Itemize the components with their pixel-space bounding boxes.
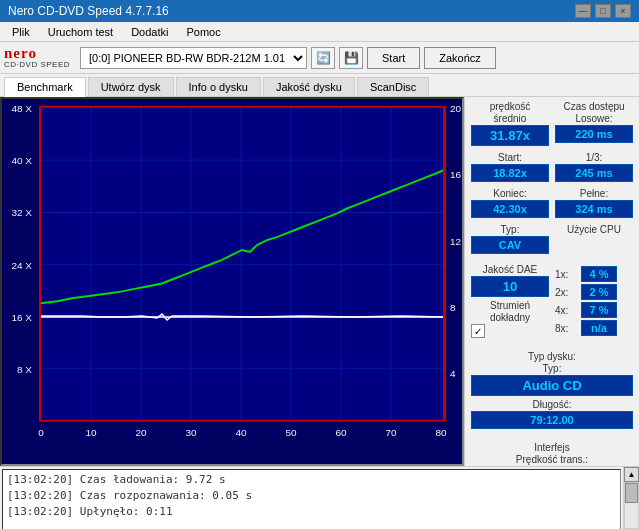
random-label: Losowe: <box>555 113 633 124</box>
title-bar: Nero CD-DVD Speed 4.7.7.16 — □ × <box>0 0 639 22</box>
svg-rect-2 <box>41 108 444 420</box>
scroll-up-button[interactable]: ▲ <box>624 467 639 482</box>
avg-label: średnio <box>471 113 549 124</box>
log-entry: [13:02:20] Czas rozpoznawania: 0.05 s <box>7 488 616 504</box>
iface-speed-row: Prędkość trans.: 16 MB/s <box>471 454 633 466</box>
speed-section: prędkość średnio 31.87x Czas dostępu Los… <box>471 101 633 146</box>
svg-text:4: 4 <box>450 368 456 379</box>
disc-type-value: Audio CD <box>471 375 633 396</box>
avg-speed-value: 31.87x <box>471 125 549 146</box>
start-label: Start: <box>471 152 549 163</box>
cpu-rows: 1x:4 %2x:2 %4x:7 %8x:n/a <box>555 266 633 336</box>
avg-speed-col: prędkość średnio 31.87x <box>471 101 549 146</box>
svg-text:10: 10 <box>85 427 97 438</box>
svg-text:12: 12 <box>450 236 462 247</box>
svg-text:24 X: 24 X <box>11 260 32 271</box>
end-value: 42.30x <box>471 200 549 218</box>
drive-selector[interactable]: [0:0] PIONEER BD-RW BDR-212M 1.01 <box>80 47 307 69</box>
svg-text:30: 30 <box>185 427 197 438</box>
benchmark-chart: 48 X 40 X 32 X 24 X 16 X 8 X 20 16 12 8 … <box>0 97 464 466</box>
cpu-row-label: 8x: <box>555 323 577 334</box>
menu-help[interactable]: Pomoc <box>178 25 228 39</box>
minimize-button[interactable]: — <box>575 4 591 18</box>
menu-file[interactable]: Plik <box>4 25 38 39</box>
tab-scandisc[interactable]: ScanDisc <box>357 77 429 96</box>
full-col: Pełne: 324 ms <box>555 188 633 218</box>
svg-text:16: 16 <box>450 169 462 180</box>
svg-text:0: 0 <box>38 427 44 438</box>
end-full-section: Koniec: 42.30x Pełne: 324 ms <box>471 188 633 218</box>
menu-bar: Plik Uruchom test Dodatki Pomoc <box>0 22 639 42</box>
random-value: 220 ms <box>555 125 633 143</box>
disc-type-label: Typ: <box>471 363 633 374</box>
scroll-thumb[interactable] <box>625 483 638 503</box>
disc-dur-value: 79:12.00 <box>471 411 633 429</box>
stream-checkbox[interactable]: ✓ <box>471 324 485 338</box>
interface-section: Interfejs Prędkość trans.: 16 MB/s <box>471 442 633 466</box>
stream-sub: dokładny <box>471 312 549 323</box>
svg-text:70: 70 <box>385 427 397 438</box>
refresh-icon-button[interactable]: 🔄 <box>311 47 335 69</box>
tab-disc-quality[interactable]: Jakość dysku <box>263 77 355 96</box>
dae-header: Jakość DAE <box>471 264 549 275</box>
disc-type-col: Typ: Audio CD <box>471 363 633 396</box>
log-area: [13:02:20] Czas ładowania: 9.72 s[13:02:… <box>2 469 621 529</box>
menu-run-test[interactable]: Uruchom test <box>40 25 121 39</box>
cpu-row: 4x:7 % <box>555 302 633 318</box>
svg-text:20: 20 <box>135 427 147 438</box>
disc-section: Typ dysku: Typ: Audio CD Długość: 79:12.… <box>471 351 633 429</box>
cpu-row-label: 4x: <box>555 305 577 316</box>
end-label: Koniec: <box>471 188 549 199</box>
cpu-label: Użycie CPU <box>555 224 633 235</box>
tab-create-disc[interactable]: Utwórz dysk <box>88 77 174 96</box>
nero-logo: nero CD·DVD SPEED <box>4 46 70 69</box>
disc-dur-label: Długość: <box>471 399 633 410</box>
log-scrollbar[interactable]: ▲ ▼ <box>623 467 639 529</box>
tab-bar: Benchmark Utwórz dysk Info o dysku Jakoś… <box>0 74 639 97</box>
log-entry: [13:02:20] Upłynęło: 0:11 <box>7 504 616 520</box>
type-value: CAV <box>471 236 549 254</box>
chart-svg: 48 X 40 X 32 X 24 X 16 X 8 X 20 16 12 8 … <box>2 99 462 464</box>
start-value: 18.82x <box>471 164 549 182</box>
disc-type-row: Typ: Audio CD <box>471 363 633 396</box>
stream-label: Strumień <box>471 300 549 311</box>
dae-cpu-section: Jakość DAE 10 Strumień dokładny ✓ 1x:4 %… <box>471 264 633 338</box>
svg-text:8 X: 8 X <box>17 364 32 375</box>
one-third-value: 245 ms <box>555 164 633 182</box>
maximize-button[interactable]: □ <box>595 4 611 18</box>
start-col: Start: 18.82x <box>471 152 549 182</box>
type-label: Typ: <box>471 224 549 235</box>
svg-text:48 X: 48 X <box>11 103 32 114</box>
iface-speed-label: Prędkość trans.: <box>471 454 633 465</box>
end-button[interactable]: Zakończ <box>424 47 496 69</box>
toolbar: nero CD·DVD SPEED [0:0] PIONEER BD-RW BD… <box>0 42 639 74</box>
svg-text:8: 8 <box>450 302 456 313</box>
window-controls[interactable]: — □ × <box>575 4 631 18</box>
tab-benchmark[interactable]: Benchmark <box>4 77 86 97</box>
cpu-row: 2x:2 % <box>555 284 633 300</box>
start-button[interactable]: Start <box>367 47 420 69</box>
svg-text:16 X: 16 X <box>11 312 32 323</box>
cpu-row-value: 7 % <box>581 302 617 318</box>
close-button[interactable]: × <box>615 4 631 18</box>
bottom-panel: [13:02:20] Czas ładowania: 9.72 s[13:02:… <box>0 467 639 529</box>
cpu-row-value: 2 % <box>581 284 617 300</box>
cpu-row-label: 2x: <box>555 287 577 298</box>
dae-value: 10 <box>471 276 549 297</box>
svg-text:60: 60 <box>335 427 347 438</box>
disc-header: Typ dysku: <box>471 351 633 362</box>
stream-row: ✓ <box>471 324 549 338</box>
cpu-row-label: 1x: <box>555 269 577 280</box>
save-icon-button[interactable]: 💾 <box>339 47 363 69</box>
svg-text:40 X: 40 X <box>11 155 32 166</box>
log-entry: [13:02:20] Czas ładowania: 9.72 s <box>7 472 616 488</box>
cpu-row: 1x:4 % <box>555 266 633 282</box>
cpu-col: 1x:4 %2x:2 %4x:7 %8x:n/a <box>555 266 633 338</box>
menu-extras[interactable]: Dodatki <box>123 25 176 39</box>
cpu-row-value: 4 % <box>581 266 617 282</box>
scroll-track[interactable] <box>624 482 639 529</box>
svg-text:20: 20 <box>450 103 462 114</box>
stats-panel: prędkość średnio 31.87x Czas dostępu Los… <box>464 97 639 466</box>
log-container: [13:02:20] Czas ładowania: 9.72 s[13:02:… <box>0 467 623 529</box>
tab-disc-info[interactable]: Info o dysku <box>176 77 261 96</box>
